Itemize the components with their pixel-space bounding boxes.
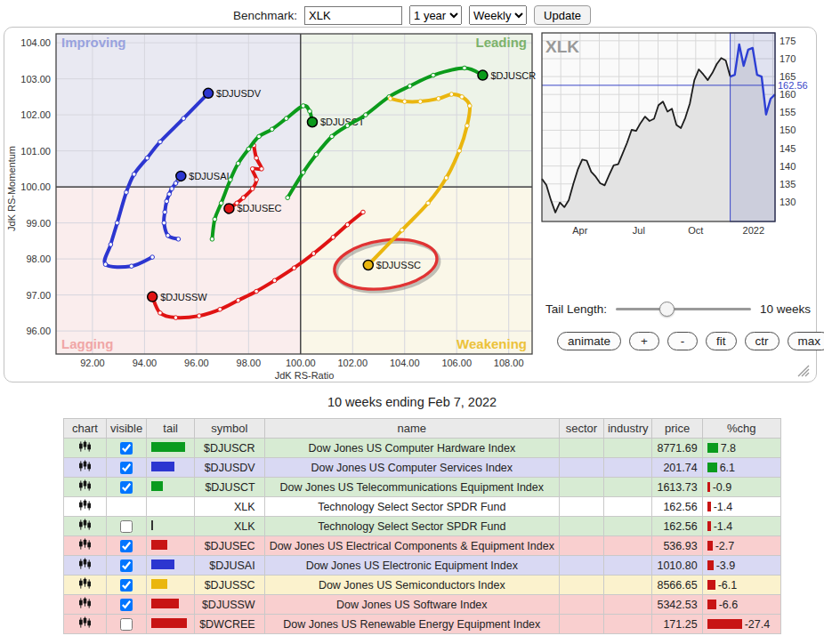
benchmark-input[interactable] — [304, 6, 402, 25]
zoom-in-button[interactable]: + — [629, 332, 659, 350]
tail-swatch — [151, 579, 167, 589]
rrg-tail-node — [314, 152, 319, 157]
cell-visible — [107, 576, 147, 595]
slider-track[interactable] — [616, 308, 751, 310]
chart-icon[interactable] — [78, 443, 92, 455]
visible-checkbox[interactable] — [120, 481, 133, 494]
rrg-marker-$DJUSAI[interactable] — [176, 171, 186, 181]
tail-swatch — [151, 462, 174, 471]
visible-checkbox[interactable] — [120, 559, 133, 572]
y-tick-label: 99.00 — [26, 218, 51, 229]
rrg-tail-node — [129, 264, 133, 269]
chart-icon[interactable] — [78, 580, 92, 592]
max-button[interactable]: max — [788, 332, 824, 350]
candlestick-chart-icon — [78, 597, 92, 609]
y-tick-label: 96.00 — [26, 326, 51, 336]
chart-icon[interactable] — [78, 619, 92, 632]
cell-industry — [603, 458, 652, 478]
table-row-$DJUSAI: $DJUSAIDow Jones US Electronic Equipment… — [64, 556, 781, 576]
cell-tail — [147, 536, 195, 556]
cell-industry — [603, 615, 652, 634]
y-axis-label: JdK RS-Momentum — [6, 146, 17, 231]
candlestick-chart-icon — [78, 538, 92, 551]
rrg-marker-$DJUSCT[interactable] — [307, 117, 317, 127]
cell-tail — [147, 458, 195, 478]
update-button[interactable]: Update — [534, 5, 591, 25]
rrg-tail-node — [150, 255, 155, 260]
chart-icon[interactable] — [78, 482, 92, 495]
tail-length-slider[interactable] — [616, 302, 751, 316]
chg-bar — [707, 463, 717, 472]
rrg-tail-node — [165, 199, 169, 204]
chart-icon[interactable] — [78, 600, 92, 612]
rrg-tail-node — [257, 134, 262, 139]
resize-handle-icon[interactable] — [797, 365, 810, 377]
chg-value: -6.6 — [719, 599, 739, 611]
rrg-tail-node — [361, 210, 366, 214]
rrg-tail-node — [301, 104, 305, 109]
rrg-tail-node — [162, 221, 166, 225]
rrg-marker-$DJUSCR[interactable] — [478, 70, 488, 80]
cell-tail — [147, 517, 195, 536]
rrg-tail-node — [103, 262, 108, 267]
candlestick-chart-icon — [78, 479, 92, 492]
rrg-marker-$DJUSEC[interactable] — [224, 204, 234, 213]
cell-symbol: $DWCREE — [195, 615, 265, 634]
rrg-tail-node — [402, 100, 407, 104]
cell-chart — [64, 615, 107, 634]
zoom-out-button[interactable]: - — [667, 332, 698, 350]
visible-checkbox[interactable] — [120, 579, 133, 592]
cell-price: 201.74 — [652, 458, 702, 478]
price-tick-label: 130 — [780, 197, 796, 207]
rrg-marker-$DJUSSW[interactable] — [148, 292, 158, 302]
rrg-marker-$DJUSDV[interactable] — [204, 88, 214, 98]
cell-visible — [107, 615, 147, 634]
cell-chart — [64, 497, 107, 517]
visible-checkbox[interactable] — [120, 540, 133, 552]
tail-swatch — [151, 599, 179, 608]
x-tick-label: 96.00 — [184, 358, 209, 368]
x-tick-label: 98.00 — [237, 358, 262, 368]
rrg-tail-node — [465, 124, 470, 128]
quadrant-label-lagging: Lagging — [61, 336, 113, 351]
price-symbol-label: XLK — [545, 37, 579, 56]
rrg-tail-node — [254, 156, 259, 160]
rrg-tail-node — [292, 266, 296, 270]
ctr-button[interactable]: ctr — [745, 332, 780, 350]
fit-button[interactable]: fit — [706, 332, 737, 350]
chart-icon[interactable] — [78, 463, 92, 475]
visible-checkbox[interactable] — [120, 618, 133, 631]
visible-checkbox[interactable] — [120, 520, 133, 533]
period-select[interactable]: 1 year — [409, 5, 462, 25]
rrg-tail-node — [158, 140, 163, 144]
frequency-select[interactable]: Weekly — [469, 5, 527, 25]
chart-icon[interactable] — [78, 541, 92, 553]
chart-icon[interactable] — [78, 502, 92, 514]
visible-checkbox[interactable] — [120, 599, 133, 611]
animate-button[interactable]: animate — [557, 332, 621, 350]
cell-name: Dow Jones US Semiconductors Index — [264, 576, 559, 595]
chart-icon[interactable] — [78, 560, 92, 573]
rrg-tail-node — [331, 235, 335, 239]
slider-thumb[interactable] — [659, 302, 675, 317]
rrg-tail-node — [400, 228, 405, 232]
visible-checkbox[interactable] — [120, 462, 133, 474]
cell-industry — [603, 556, 652, 576]
cell-chg: 6.1 — [702, 458, 780, 478]
chg-value: -2.7 — [715, 540, 735, 552]
chart-icon[interactable] — [78, 521, 92, 534]
rrg-tail-node — [345, 222, 350, 227]
visible-checkbox[interactable] — [120, 442, 133, 455]
cell-sector — [559, 615, 603, 634]
rrg-panel: 92.0094.0096.0098.00100.00102.00104.0010… — [4, 27, 817, 382]
cell-visible — [107, 458, 147, 478]
table-row-$DJUSSC: $DJUSSCDow Jones US Semiconductors Index… — [64, 576, 781, 595]
cell-chart — [64, 556, 107, 576]
rrg-chart: 92.0094.0096.0098.00100.00102.00104.0010… — [4, 28, 538, 381]
cell-name: Dow Jones US Telecommunications Equipmen… — [264, 478, 559, 497]
rrg-tail-node — [250, 167, 254, 172]
cell-industry — [603, 439, 652, 458]
cell-industry — [603, 536, 652, 556]
rrg-tail-node — [197, 314, 201, 318]
rrg-marker-$DJUSSC[interactable] — [363, 260, 373, 270]
